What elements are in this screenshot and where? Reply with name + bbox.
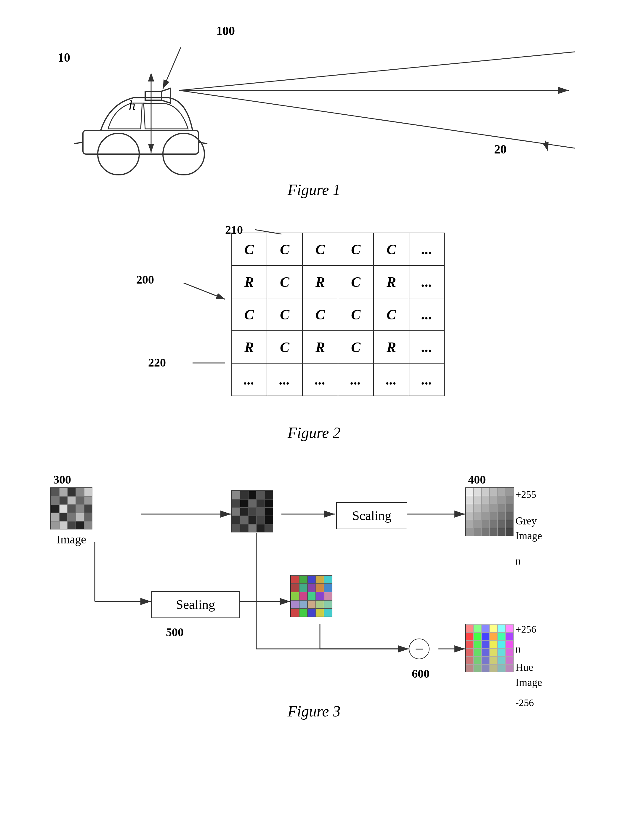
pc — [84, 505, 92, 513]
label-300: 300 — [53, 472, 71, 486]
pc — [291, 600, 299, 609]
pc — [506, 648, 514, 656]
svg-line-8 — [179, 52, 575, 90]
svg-marker-6 — [161, 88, 170, 103]
pc — [506, 656, 514, 664]
pc — [506, 504, 514, 512]
pc — [232, 499, 240, 508]
grey-image-labels: +255 GreyImage 0 — [516, 488, 542, 569]
pc — [240, 491, 248, 499]
pc — [498, 624, 506, 632]
svg-line-9 — [179, 90, 575, 148]
pc — [465, 624, 474, 632]
cell-3-3: C — [338, 331, 374, 363]
pc — [474, 512, 482, 520]
pc — [308, 600, 316, 609]
pc — [248, 524, 257, 532]
pc — [76, 513, 84, 521]
pc — [265, 516, 273, 524]
pc — [59, 521, 68, 529]
pc — [84, 513, 92, 521]
figure1-svg — [47, 36, 581, 184]
pc — [506, 488, 514, 496]
pc — [84, 496, 92, 505]
pc — [324, 600, 332, 609]
pc — [482, 632, 490, 640]
pc — [59, 513, 68, 521]
pc — [76, 505, 84, 513]
pc — [265, 524, 273, 532]
cell-0-5: ... — [409, 233, 445, 265]
pc — [316, 600, 324, 609]
svg-line-7 — [163, 47, 181, 89]
pc — [265, 508, 273, 516]
pc — [506, 624, 514, 632]
label-500: 500 — [166, 625, 184, 639]
pc — [482, 664, 490, 672]
middle-bottom-block — [290, 575, 332, 617]
pc — [490, 528, 498, 536]
pc — [316, 584, 324, 592]
pc — [482, 496, 490, 504]
pc — [474, 632, 482, 640]
pc — [482, 640, 490, 648]
pc — [490, 664, 498, 672]
pc — [482, 528, 490, 536]
label-200: 200 — [136, 273, 154, 286]
cell-1-4: R — [374, 265, 409, 298]
cell-0-1: C — [267, 233, 303, 265]
grid-row-4: ... ... ... ... ... ... — [231, 363, 445, 396]
pc — [51, 513, 59, 521]
pc — [316, 575, 324, 584]
label-600: 600 — [412, 667, 429, 681]
pc — [498, 520, 506, 528]
cell-3-0: R — [231, 331, 267, 363]
scaling-box: Scaling — [336, 502, 407, 529]
cell-0-3: C — [338, 233, 374, 265]
pc — [257, 491, 265, 499]
cell-4-0: ... — [231, 363, 267, 396]
pc — [299, 600, 308, 609]
pc — [232, 516, 240, 524]
pc — [265, 491, 273, 499]
pc — [506, 664, 514, 672]
pc — [498, 504, 506, 512]
pc — [308, 575, 316, 584]
pc — [465, 656, 474, 664]
pc — [465, 504, 474, 512]
figure2-section: 210 200 220 C C C C C ... R C R C R — [24, 213, 604, 444]
pc — [474, 496, 482, 504]
pc — [59, 496, 68, 505]
pc — [482, 504, 490, 512]
cell-1-3: C — [338, 265, 374, 298]
hue-output-container: +256 0 HueImage -256 — [465, 624, 514, 672]
pc — [465, 664, 474, 672]
pc — [257, 508, 265, 516]
cell-0-0: C — [231, 233, 267, 265]
pc — [506, 640, 514, 648]
pc — [474, 664, 482, 672]
cell-1-2: R — [303, 265, 338, 298]
cell-0-2: C — [303, 233, 338, 265]
pc — [308, 584, 316, 592]
pc — [490, 632, 498, 640]
pc — [299, 609, 308, 617]
pc — [490, 648, 498, 656]
plus256-label: +256 — [516, 622, 542, 636]
cell-4-5: ... — [409, 363, 445, 396]
pc — [84, 488, 92, 496]
pc — [76, 488, 84, 496]
cell-2-3: C — [338, 298, 374, 331]
pc — [232, 491, 240, 499]
pc — [240, 524, 248, 532]
pc — [248, 499, 257, 508]
pc — [465, 496, 474, 504]
figure3-caption: Figure 3 — [288, 703, 341, 720]
grey-output-grid — [465, 488, 514, 536]
pc — [506, 528, 514, 536]
pc — [498, 648, 506, 656]
input-image-grid — [50, 488, 92, 529]
label-h: h — [129, 98, 136, 113]
pc — [84, 521, 92, 529]
pc — [498, 632, 506, 640]
